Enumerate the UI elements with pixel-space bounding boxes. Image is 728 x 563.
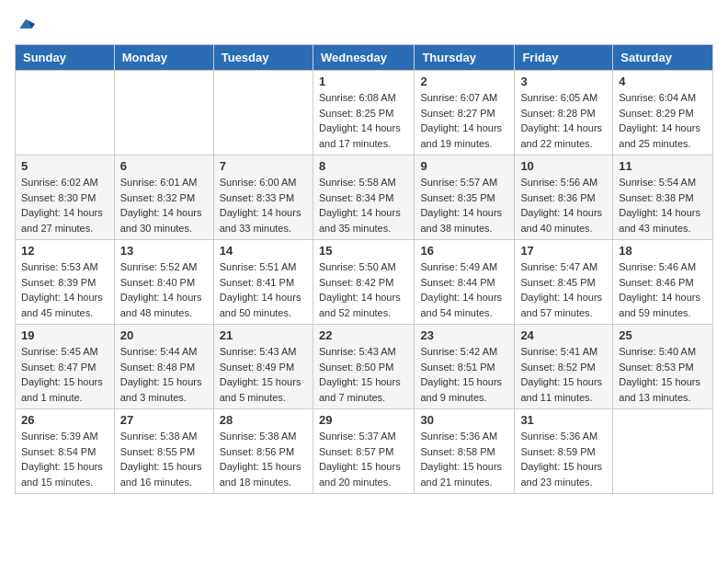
day-number: 29 — [319, 413, 408, 427]
calendar-cell: 30Sunrise: 5:36 AMSunset: 8:58 PMDayligh… — [415, 409, 515, 494]
day-number: 18 — [619, 244, 707, 258]
page-header — [15, 15, 713, 33]
day-info: Sunrise: 6:05 AMSunset: 8:28 PMDaylight:… — [520, 90, 607, 151]
day-number: 16 — [420, 244, 508, 258]
calendar-cell: 10Sunrise: 5:56 AMSunset: 8:36 PMDayligh… — [515, 155, 613, 240]
day-number: 23 — [420, 328, 508, 342]
logo — [15, 15, 35, 33]
calendar-cell: 5Sunrise: 6:02 AMSunset: 8:30 PMDaylight… — [16, 155, 115, 240]
weekday-header-monday: Monday — [114, 45, 213, 71]
calendar-cell: 6Sunrise: 6:01 AMSunset: 8:32 PMDaylight… — [114, 155, 213, 240]
day-info: Sunrise: 5:43 AMSunset: 8:49 PMDaylight:… — [220, 344, 307, 405]
day-info: Sunrise: 5:38 AMSunset: 8:55 PMDaylight:… — [120, 429, 208, 489]
day-number: 12 — [21, 244, 108, 258]
calendar-cell: 11Sunrise: 5:54 AMSunset: 8:38 PMDayligh… — [613, 155, 713, 240]
calendar-cell: 13Sunrise: 5:52 AMSunset: 8:40 PMDayligh… — [114, 240, 213, 325]
week-row-2: 5Sunrise: 6:02 AMSunset: 8:30 PMDaylight… — [16, 155, 713, 240]
calendar-cell: 1Sunrise: 6:08 AMSunset: 8:25 PMDaylight… — [313, 71, 414, 155]
day-info: Sunrise: 5:39 AMSunset: 8:54 PMDaylight:… — [21, 429, 108, 489]
calendar-cell: 9Sunrise: 5:57 AMSunset: 8:35 PMDaylight… — [415, 155, 515, 240]
day-info: Sunrise: 5:57 AMSunset: 8:35 PMDaylight:… — [420, 175, 508, 236]
day-info: Sunrise: 5:43 AMSunset: 8:50 PMDaylight:… — [319, 344, 408, 405]
day-info: Sunrise: 6:02 AMSunset: 8:30 PMDaylight:… — [21, 175, 108, 236]
day-number: 26 — [21, 413, 108, 427]
weekday-header-tuesday: Tuesday — [213, 45, 313, 71]
calendar-cell: 8Sunrise: 5:58 AMSunset: 8:34 PMDaylight… — [313, 155, 414, 240]
day-info: Sunrise: 6:04 AMSunset: 8:29 PMDaylight:… — [619, 90, 707, 151]
day-number: 27 — [120, 413, 208, 427]
calendar-cell: 17Sunrise: 5:47 AMSunset: 8:45 PMDayligh… — [515, 240, 613, 325]
day-info: Sunrise: 5:41 AMSunset: 8:52 PMDaylight:… — [520, 344, 607, 405]
calendar-cell — [613, 409, 713, 494]
day-info: Sunrise: 5:37 AMSunset: 8:57 PMDaylight:… — [319, 429, 408, 489]
calendar-cell — [213, 71, 313, 155]
calendar-cell — [16, 71, 115, 155]
calendar-cell: 16Sunrise: 5:49 AMSunset: 8:44 PMDayligh… — [415, 240, 515, 325]
day-number: 13 — [120, 244, 208, 258]
day-info: Sunrise: 5:44 AMSunset: 8:48 PMDaylight:… — [120, 344, 208, 405]
day-number: 7 — [220, 159, 307, 173]
calendar-cell: 25Sunrise: 5:40 AMSunset: 8:53 PMDayligh… — [613, 325, 713, 409]
day-info: Sunrise: 5:53 AMSunset: 8:39 PMDaylight:… — [21, 259, 108, 320]
calendar-cell: 28Sunrise: 5:38 AMSunset: 8:56 PMDayligh… — [213, 409, 313, 494]
calendar-table: SundayMondayTuesdayWednesdayThursdayFrid… — [15, 44, 713, 494]
day-number: 21 — [220, 328, 307, 342]
weekday-header-friday: Friday — [515, 45, 613, 71]
day-number: 19 — [21, 328, 108, 342]
day-info: Sunrise: 5:46 AMSunset: 8:46 PMDaylight:… — [619, 259, 707, 320]
day-number: 5 — [21, 159, 108, 173]
day-number: 28 — [220, 413, 307, 427]
week-row-1: 1Sunrise: 6:08 AMSunset: 8:25 PMDaylight… — [16, 71, 713, 155]
calendar-cell: 7Sunrise: 6:00 AMSunset: 8:33 PMDaylight… — [213, 155, 313, 240]
day-info: Sunrise: 5:56 AMSunset: 8:36 PMDaylight:… — [520, 175, 607, 236]
day-number: 1 — [319, 75, 408, 88]
week-row-5: 26Sunrise: 5:39 AMSunset: 8:54 PMDayligh… — [16, 409, 713, 494]
day-number: 22 — [319, 328, 408, 342]
day-number: 30 — [420, 413, 508, 427]
calendar-cell: 12Sunrise: 5:53 AMSunset: 8:39 PMDayligh… — [16, 240, 115, 325]
calendar-cell: 15Sunrise: 5:50 AMSunset: 8:42 PMDayligh… — [313, 240, 414, 325]
day-info: Sunrise: 6:00 AMSunset: 8:33 PMDaylight:… — [220, 175, 307, 236]
weekday-header-row: SundayMondayTuesdayWednesdayThursdayFrid… — [16, 45, 713, 71]
day-info: Sunrise: 5:38 AMSunset: 8:56 PMDaylight:… — [220, 429, 307, 489]
calendar-cell: 4Sunrise: 6:04 AMSunset: 8:29 PMDaylight… — [613, 71, 713, 155]
day-info: Sunrise: 5:49 AMSunset: 8:44 PMDaylight:… — [420, 259, 508, 320]
day-number: 15 — [319, 244, 408, 258]
day-info: Sunrise: 5:40 AMSunset: 8:53 PMDaylight:… — [619, 344, 707, 405]
day-number: 6 — [120, 159, 208, 173]
day-number: 8 — [319, 159, 408, 173]
calendar-cell: 27Sunrise: 5:38 AMSunset: 8:55 PMDayligh… — [114, 409, 213, 494]
day-number: 9 — [420, 159, 508, 173]
day-number: 14 — [220, 244, 307, 258]
calendar-cell: 19Sunrise: 5:45 AMSunset: 8:47 PMDayligh… — [16, 325, 115, 409]
day-info: Sunrise: 5:42 AMSunset: 8:51 PMDaylight:… — [420, 344, 508, 405]
day-info: Sunrise: 5:36 AMSunset: 8:59 PMDaylight:… — [520, 429, 607, 489]
weekday-header-thursday: Thursday — [415, 45, 515, 71]
day-number: 17 — [520, 244, 607, 258]
calendar-cell: 31Sunrise: 5:36 AMSunset: 8:59 PMDayligh… — [515, 409, 613, 494]
day-number: 31 — [520, 413, 607, 427]
day-info: Sunrise: 5:50 AMSunset: 8:42 PMDaylight:… — [319, 259, 408, 320]
week-row-3: 12Sunrise: 5:53 AMSunset: 8:39 PMDayligh… — [16, 240, 713, 325]
day-info: Sunrise: 5:36 AMSunset: 8:58 PMDaylight:… — [420, 429, 508, 489]
calendar-cell: 20Sunrise: 5:44 AMSunset: 8:48 PMDayligh… — [114, 325, 213, 409]
day-number: 3 — [520, 75, 607, 88]
weekday-header-sunday: Sunday — [16, 45, 115, 71]
day-number: 10 — [520, 159, 607, 173]
day-info: Sunrise: 5:47 AMSunset: 8:45 PMDaylight:… — [520, 259, 607, 320]
weekday-header-saturday: Saturday — [613, 45, 713, 71]
calendar-cell: 3Sunrise: 6:05 AMSunset: 8:28 PMDaylight… — [515, 71, 613, 155]
day-number: 24 — [520, 328, 607, 342]
calendar-cell: 18Sunrise: 5:46 AMSunset: 8:46 PMDayligh… — [613, 240, 713, 325]
calendar-cell: 22Sunrise: 5:43 AMSunset: 8:50 PMDayligh… — [313, 325, 414, 409]
calendar-cell: 24Sunrise: 5:41 AMSunset: 8:52 PMDayligh… — [515, 325, 613, 409]
day-number: 2 — [420, 75, 508, 88]
weekday-header-wednesday: Wednesday — [313, 45, 414, 71]
day-info: Sunrise: 5:54 AMSunset: 8:38 PMDaylight:… — [619, 175, 707, 236]
calendar-cell: 23Sunrise: 5:42 AMSunset: 8:51 PMDayligh… — [415, 325, 515, 409]
logo-icon — [17, 15, 35, 33]
day-number: 25 — [619, 328, 707, 342]
day-info: Sunrise: 5:52 AMSunset: 8:40 PMDaylight:… — [120, 259, 208, 320]
day-info: Sunrise: 6:08 AMSunset: 8:25 PMDaylight:… — [319, 90, 408, 151]
day-info: Sunrise: 5:51 AMSunset: 8:41 PMDaylight:… — [220, 259, 307, 320]
